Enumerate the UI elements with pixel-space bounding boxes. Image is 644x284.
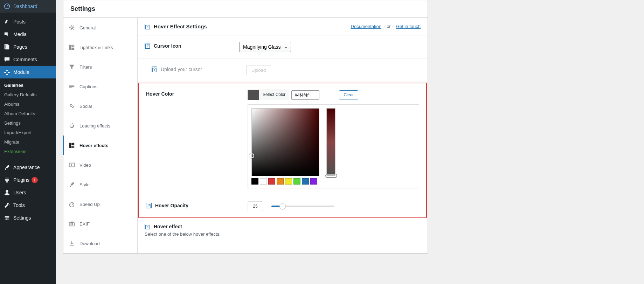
swatch-green[interactable] [293, 178, 300, 185]
tab-hover-effects[interactable]: Hover effects [63, 136, 137, 155]
section-header: [?] Hover Effect Settings Documentation … [138, 18, 428, 35]
filter-icon [68, 63, 75, 70]
upload-button[interactable]: Upload [246, 65, 271, 75]
grid-icon [68, 44, 75, 51]
tab-label: Download [79, 241, 100, 246]
hover-icon [68, 142, 75, 149]
tab-label: Filters [79, 64, 92, 70]
menu-modula[interactable]: Modula [0, 66, 56, 78]
tab-label: Lightbox & Links [79, 45, 113, 50]
svg-rect-21 [74, 146, 75, 148]
tab-speed[interactable]: Speed Up [63, 194, 137, 214]
svg-rect-18 [69, 143, 71, 148]
tab-label: Captions [79, 84, 97, 89]
submenu-extensions[interactable]: Extensions [0, 147, 56, 156]
contact-link[interactable]: Get in touch [396, 24, 421, 29]
submenu-galleries[interactable]: Galleries [0, 81, 56, 90]
help-icon[interactable]: [?] [152, 67, 157, 72]
speed-icon [68, 201, 75, 208]
tab-video[interactable]: Video [63, 155, 137, 175]
submenu-album-defaults[interactable]: Album Defaults [0, 109, 56, 118]
cursor-icon-label: Cursor Icon [154, 43, 181, 49]
swatch-white[interactable] [260, 178, 267, 185]
menu-label: Comments [13, 57, 37, 62]
menu-media[interactable]: Media [0, 28, 56, 41]
svg-rect-13 [74, 45, 75, 47]
menu-label: Dashboard [13, 4, 37, 9]
hue-slider[interactable] [326, 108, 335, 176]
svg-rect-14 [71, 48, 74, 50]
submenu-albums[interactable]: Albums [0, 99, 56, 109]
svg-rect-19 [71, 143, 74, 145]
tab-exif[interactable]: EXIF [63, 214, 137, 234]
tab-download[interactable]: Download [63, 234, 137, 253]
reload-icon [68, 122, 75, 129]
hue-handle[interactable] [325, 174, 337, 178]
comment-icon [4, 56, 11, 63]
color-swatch-preview [248, 90, 259, 100]
settings-panel: Settings General Lightbox & Links Filter… [63, 0, 428, 254]
opacity-slider[interactable] [271, 206, 334, 207]
color-hex-input[interactable] [291, 90, 319, 100]
tab-loading[interactable]: Loading effects [63, 116, 137, 136]
slider-thumb[interactable] [279, 203, 286, 209]
documentation-link[interactable]: Documentation [351, 24, 381, 29]
saturation-value-area[interactable] [251, 108, 319, 176]
tab-social[interactable]: Social [63, 96, 137, 116]
help-icon[interactable]: [?] [145, 24, 150, 29]
submenu-import-export[interactable]: Import/Export [0, 128, 56, 137]
plugins-badge: 1 [32, 177, 38, 183]
plug-icon [4, 176, 11, 183]
tab-filters[interactable]: Filters [63, 57, 137, 77]
sv-handle[interactable] [249, 153, 254, 158]
pin-icon [4, 18, 11, 25]
hover-effect-desc: Select one of the below hover effects. [145, 231, 421, 237]
link-icon [68, 103, 75, 110]
swatch-yellow[interactable] [285, 178, 292, 185]
help-icon[interactable]: [?] [146, 203, 152, 208]
menu-tools[interactable]: Tools [0, 199, 56, 212]
swatch-purple[interactable] [310, 178, 317, 185]
swatch-blue[interactable] [302, 178, 309, 185]
menu-comments[interactable]: Comments [0, 53, 56, 66]
svg-point-10 [71, 27, 72, 28]
svg-rect-2 [6, 45, 9, 50]
hover-color-label: Hover Color [146, 91, 174, 97]
submenu-gallery-defaults[interactable]: Gallery Defaults [0, 90, 56, 99]
cursor-icon-select[interactable]: Magnifying Glass [239, 42, 291, 52]
menu-pages[interactable]: Pages [0, 41, 56, 53]
tab-style[interactable]: Style [63, 175, 137, 194]
menu-plugins[interactable]: Plugins 1 [0, 174, 56, 186]
submenu-migrate[interactable]: Migrate [0, 137, 56, 147]
modula-icon [4, 69, 11, 76]
swatch-black[interactable] [251, 178, 258, 185]
hover-opacity-row: [?] Hover Opacity 25 [139, 195, 426, 217]
tab-captions[interactable]: Captions [63, 77, 137, 96]
menu-settings[interactable]: Settings [0, 212, 56, 224]
menu-dashboard[interactable]: Dashboard [0, 0, 56, 13]
settings-tabs: General Lightbox & Links Filters Caption… [63, 18, 138, 253]
menu-users[interactable]: Users [0, 186, 56, 199]
tab-lightbox[interactable]: Lightbox & Links [63, 37, 137, 57]
tab-general[interactable]: General [63, 18, 137, 37]
wrench-icon [4, 202, 11, 209]
color-picker [248, 104, 419, 188]
swatch-orange[interactable] [277, 178, 284, 185]
upload-cursor-row: [?] Upload your cursor Upload [138, 59, 428, 82]
hover-color-row: Hover Color Select Color Clear [139, 83, 426, 195]
select-color-button[interactable]: Select Color [248, 90, 289, 100]
svg-rect-12 [71, 45, 73, 47]
opacity-value[interactable]: 25 [248, 201, 263, 211]
help-icon[interactable]: [?] [145, 224, 150, 229]
svg-rect-20 [71, 146, 73, 148]
menu-posts[interactable]: Posts [0, 15, 56, 28]
clear-color-button[interactable]: Clear [339, 90, 358, 99]
help-icon[interactable]: [?] [145, 43, 150, 49]
menu-appearance[interactable]: Appearance [0, 161, 56, 174]
menu-label: Users [13, 190, 26, 195]
wp-admin-sidebar: Dashboard Posts Media Pages Comments Mod… [0, 0, 56, 284]
swatch-red[interactable] [268, 178, 275, 185]
submenu-settings[interactable]: Settings [0, 118, 56, 128]
brush-icon [68, 181, 75, 188]
preset-swatches [251, 178, 319, 185]
